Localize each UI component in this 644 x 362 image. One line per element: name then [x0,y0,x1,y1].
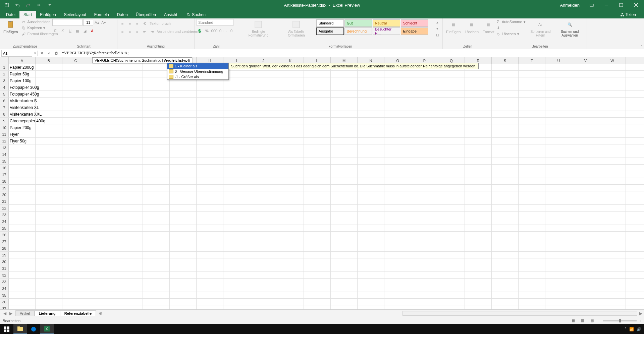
cell[interactable] [331,98,358,104]
cell[interactable] [170,84,197,90]
cell[interactable] [411,198,438,204]
cell[interactable] [197,191,223,198]
cell[interactable] [277,191,304,198]
cell-styles-gallery[interactable]: Standard Gut Neutral Schlecht Ausgabe Be… [316,19,432,35]
cell[interactable] [438,305,465,309]
cell[interactable] [519,212,545,218]
cell[interactable] [358,272,384,278]
cell[interactable] [89,131,116,137]
cell[interactable] [304,131,331,137]
formula-input[interactable]: =VERGLEICH(B2;Referenztabelle!A:A; [60,51,644,56]
cell[interactable] [465,111,492,117]
cell[interactable] [438,299,465,305]
cell[interactable] [465,185,492,191]
cell[interactable] [572,138,599,144]
col-header[interactable]: S [492,57,519,64]
cell[interactable] [519,104,545,111]
cell[interactable] [197,151,223,158]
cell[interactable] [438,238,465,245]
align-middle-icon[interactable]: ≡ [127,20,133,26]
cell[interactable] [250,225,277,231]
cell[interactable] [599,84,626,90]
row-header[interactable]: 18 [0,178,9,184]
cell[interactable] [465,191,492,198]
cell[interactable] [519,225,545,231]
find-select-button[interactable]: 🔍Suchen und Auswählen [555,19,585,38]
row-header[interactable]: 33 [0,279,9,285]
cell[interactable] [304,218,331,225]
cell[interactable] [36,265,62,272]
cell[interactable] [197,252,223,258]
cell[interactable] [250,138,277,144]
select-all-corner[interactable] [0,57,9,64]
cell[interactable] [384,225,411,231]
cell[interactable] [250,205,277,211]
styles-up-icon[interactable]: ▴ [434,19,440,25]
cell[interactable] [62,238,89,245]
cell[interactable] [492,144,519,151]
cell[interactable] [331,198,358,204]
cell[interactable] [143,212,170,218]
cell[interactable] [36,252,62,258]
cell[interactable] [223,138,250,144]
cell[interactable] [519,191,545,198]
cell[interactable] [438,158,465,164]
cell[interactable] [331,77,358,84]
cell[interactable] [250,279,277,285]
cell[interactable] [250,124,277,131]
clear-button[interactable]: ◇Löschen ▾ [495,31,526,37]
cell[interactable] [411,91,438,97]
style-besuchter[interactable]: Besuchter H... [373,27,400,35]
cell[interactable] [223,265,250,272]
touch-mode-icon[interactable] [35,1,43,9]
maximize-icon[interactable] [614,0,628,10]
cell[interactable] [519,165,545,171]
cell[interactable] [519,64,545,70]
cell[interactable] [89,191,116,198]
cell[interactable] [277,131,304,137]
cell[interactable] [170,279,197,285]
cell[interactable] [545,165,572,171]
cell[interactable] [62,138,89,144]
cell[interactable] [116,151,143,158]
cell[interactable] [36,292,62,298]
cell[interactable] [36,238,62,245]
cell[interactable] [223,165,250,171]
cell[interactable] [89,165,116,171]
cell[interactable] [384,151,411,158]
cell[interactable] [143,77,170,84]
redo-icon[interactable] [24,1,32,9]
cell[interactable] [331,84,358,90]
cell[interactable] [358,98,384,104]
cell[interactable] [545,98,572,104]
cell[interactable] [223,232,250,238]
cell[interactable] [384,258,411,265]
cell[interactable] [197,299,223,305]
cell[interactable] [170,98,197,104]
cell[interactable] [250,84,277,90]
cell[interactable] [331,245,358,251]
cell[interactable] [250,272,277,278]
cell[interactable] [465,299,492,305]
cell[interactable] [438,252,465,258]
cell[interactable] [223,272,250,278]
cell[interactable] [250,144,277,151]
cell[interactable] [492,91,519,97]
cell[interactable] [545,285,572,292]
cell[interactable] [116,265,143,272]
row-header[interactable]: 22 [0,205,9,211]
sheet-nav-next-icon[interactable]: ▶ [8,311,13,316]
cell[interactable] [62,165,89,171]
cell[interactable] [599,91,626,97]
cell[interactable] [384,178,411,184]
cell[interactable]: Visitenkarten XXL [9,111,36,117]
cell[interactable] [197,272,223,278]
cell[interactable]: Visitenkarten XL [9,104,36,111]
cell[interactable] [36,144,62,151]
cell[interactable] [223,111,250,117]
cell[interactable] [250,98,277,104]
indent-inc-icon[interactable]: ⇥ [149,28,155,35]
cell[interactable] [223,185,250,191]
cell[interactable] [411,258,438,265]
cell[interactable] [277,158,304,164]
